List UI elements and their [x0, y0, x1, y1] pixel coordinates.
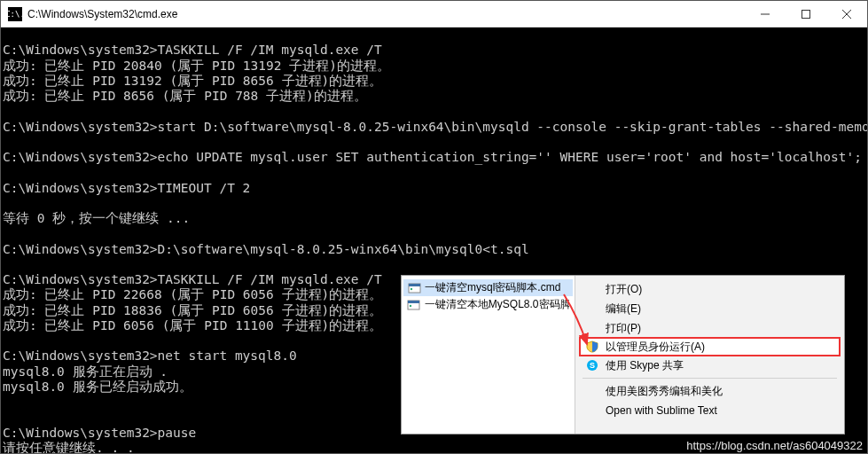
- context-menu-label: 使用 Skype 共享: [606, 358, 832, 373]
- close-button[interactable]: [826, 1, 867, 27]
- svg-point-6: [410, 287, 411, 289]
- file-item[interactable]: 一键清空本地MySQL8.0密码脚: [403, 296, 573, 313]
- context-menu-item[interactable]: 打印(P): [575, 318, 844, 338]
- context-menu-label: 以管理员身份运行(A): [606, 340, 832, 355]
- context-menu-item[interactable]: 使用美图秀秀编辑和美化: [575, 381, 844, 401]
- file-item[interactable]: 一键清空mysql密码脚本.cmd: [403, 279, 573, 296]
- context-menu-item[interactable]: 编辑(E): [575, 299, 844, 318]
- context-menu-label: 使用美图秀秀编辑和美化: [606, 384, 832, 399]
- batch-file-icon: [407, 282, 421, 294]
- titlebar[interactable]: C:\. C:\Windows\System32\cmd.exe: [1, 1, 867, 27]
- svg-rect-1: [802, 10, 810, 18]
- watermark: https://blog.csdn.net/as604049322: [686, 439, 863, 452]
- blank-icon: [584, 403, 600, 418]
- context-menu-item[interactable]: 打开(O): [575, 279, 844, 299]
- svg-rect-5: [409, 284, 420, 286]
- svg-text:S: S: [590, 361, 595, 370]
- file-item-label: 一键清空本地MySQL8.0密码脚: [425, 297, 569, 312]
- minimize-button[interactable]: [745, 1, 786, 27]
- shield-icon: [584, 340, 600, 354]
- batch-file-icon: [407, 299, 421, 310]
- context-menu-label: Open with Sublime Text: [606, 404, 832, 417]
- context-menu-label: 编辑(E): [606, 301, 832, 317]
- skype-icon: S: [584, 358, 600, 372]
- file-list: 一键清空mysql密码脚本.cmd一键清空本地MySQL8.0密码脚: [402, 276, 575, 434]
- menu-separator: [583, 378, 837, 379]
- file-item-label: 一键清空mysql密码脚本.cmd: [425, 280, 560, 295]
- context-overlay: 一键清空mysql密码脚本.cmd一键清空本地MySQL8.0密码脚 打开(O)…: [401, 275, 845, 434]
- blank-icon: [584, 321, 600, 335]
- context-menu: 打开(O)编辑(E)打印(P)以管理员身份运行(A)S使用 Skype 共享使用…: [575, 276, 844, 434]
- svg-point-9: [410, 304, 411, 306]
- window-title: C:\Windows\System32\cmd.exe: [27, 8, 745, 20]
- blank-icon: [584, 384, 600, 398]
- context-menu-label: 打印(P): [606, 321, 832, 336]
- context-menu-label: 打开(O): [606, 282, 832, 297]
- context-menu-item[interactable]: S使用 Skype 共享: [575, 356, 844, 375]
- context-menu-item[interactable]: Open with Sublime Text: [575, 401, 844, 420]
- blank-icon: [584, 282, 600, 296]
- cmd-icon: C:\.: [8, 7, 22, 21]
- context-menu-item[interactable]: 以管理员身份运行(A): [579, 337, 841, 356]
- svg-rect-8: [408, 301, 419, 303]
- maximize-button[interactable]: [786, 1, 826, 27]
- blank-icon: [584, 301, 600, 316]
